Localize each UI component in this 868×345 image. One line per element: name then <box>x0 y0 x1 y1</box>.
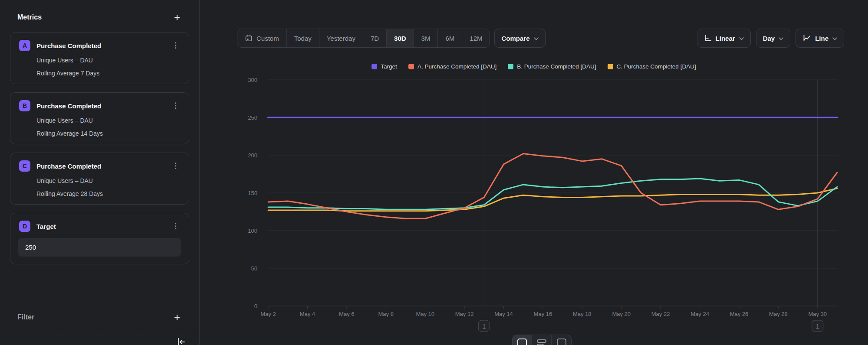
svg-text:May 12: May 12 <box>455 311 474 317</box>
chart-area: TargetA. Purchase Completed [DAU]B. Purc… <box>200 56 868 345</box>
compare-button[interactable]: Compare <box>494 29 545 48</box>
more-options-icon[interactable]: ⋮ <box>170 163 181 169</box>
range-label: Yesterday <box>327 35 355 42</box>
granularity-label: Day <box>763 35 775 42</box>
svg-text:May 22: May 22 <box>651 311 670 317</box>
annotation-badge[interactable]: 1 <box>812 320 823 332</box>
metric-measure: Unique Users – DAU <box>36 177 181 184</box>
chart-module: Custom Today Yesterday 7D 30D 3M 6M 12M … <box>200 0 868 345</box>
bar-chart-thumb-icon <box>536 338 547 345</box>
metric-badge-a: A <box>19 40 30 51</box>
annotation-badge[interactable]: 1 <box>478 320 490 332</box>
scale-select[interactable]: Linear <box>697 29 751 48</box>
metric-card-a[interactable]: A Purchase Completed ⋮ Unique Users – DA… <box>10 32 189 84</box>
svg-text:May 14: May 14 <box>494 311 513 317</box>
granularity-select[interactable]: Day <box>756 29 791 48</box>
metric-card-d-target[interactable]: D Target ⋮ <box>10 213 189 264</box>
svg-text:200: 200 <box>248 152 257 159</box>
metric-card-b[interactable]: B Purchase Completed ⋮ Unique Users – DA… <box>10 92 189 144</box>
more-options-icon[interactable]: ⋮ <box>170 103 181 109</box>
range-custom[interactable]: Custom <box>237 29 287 47</box>
metric-measure: Unique Users – DAU <box>36 57 181 64</box>
more-options-icon[interactable]: ⋮ <box>170 42 181 49</box>
target-value-input[interactable] <box>18 238 181 257</box>
svg-text:May 16: May 16 <box>534 311 552 317</box>
range-label: 30D <box>394 35 406 42</box>
compare-label: Compare <box>501 35 529 42</box>
svg-text:May 10: May 10 <box>416 311 434 317</box>
chevron-down-icon <box>779 37 783 40</box>
add-metric-icon[interactable]: + <box>174 13 180 22</box>
metric-badge-c: C <box>19 160 30 172</box>
svg-text:May 30: May 30 <box>808 311 827 317</box>
metric-transform: Rolling Average 7 Days <box>36 70 181 77</box>
chevron-down-icon <box>534 37 539 40</box>
range-label: 7D <box>371 35 379 42</box>
metric-transform: Rolling Average 28 Days <box>36 190 181 197</box>
filter-section: Filter + <box>17 313 180 322</box>
svg-text:May 2: May 2 <box>260 311 276 317</box>
line-chart-icon <box>802 34 811 42</box>
svg-text:0: 0 <box>254 303 257 309</box>
metric-transform: Rolling Average 14 Days <box>36 130 181 137</box>
metrics-sidebar: Metrics + A Purchase Completed ⋮ Unique … <box>0 0 200 345</box>
x-axis-ticks-labels: May 2May 4May 6May 8May 10May 12May 14Ma… <box>260 306 827 317</box>
range-12m[interactable]: 12M <box>462 29 490 47</box>
series-line-c-purchase-completed[interactable] <box>268 189 837 211</box>
svg-text:May 8: May 8 <box>378 311 393 317</box>
svg-text:250: 250 <box>248 114 257 121</box>
metric-measure: Unique Users – DAU <box>36 117 181 124</box>
scale-label: Linear <box>716 35 735 42</box>
mini-toggle-metric-chart[interactable] <box>552 335 571 345</box>
svg-text:May 18: May 18 <box>573 311 592 317</box>
svg-text:May 24: May 24 <box>690 311 709 317</box>
series-line-b-purchase-completed[interactable] <box>268 179 837 209</box>
add-filter-icon[interactable]: + <box>174 313 180 322</box>
svg-text:May 4: May 4 <box>300 311 315 317</box>
metric-card-c[interactable]: C Purchase Completed ⋮ Unique Users – DA… <box>10 153 189 205</box>
collapse-sidebar-icon[interactable] <box>176 337 186 345</box>
svg-text:May 20: May 20 <box>612 311 631 317</box>
metric-badge-d: D <box>19 221 30 232</box>
more-options-icon[interactable]: ⋮ <box>170 223 181 229</box>
range-30d[interactable]: 30D <box>387 29 414 47</box>
svg-text:100: 100 <box>248 228 257 234</box>
metric-title: Purchase Completed <box>36 102 170 110</box>
range-3m[interactable]: 3M <box>414 29 438 47</box>
chart-type-label: Line <box>815 35 829 42</box>
line-chart-thumb-icon <box>517 338 527 345</box>
mini-toggle-line-chart[interactable] <box>513 335 532 345</box>
range-today[interactable]: Today <box>287 29 319 47</box>
range-label: 6M <box>445 35 454 42</box>
svg-text:50: 50 <box>251 265 257 272</box>
svg-text:May 6: May 6 <box>339 311 354 317</box>
svg-text:1: 1 <box>816 323 819 330</box>
chevron-down-icon <box>739 37 744 40</box>
range-7d[interactable]: 7D <box>363 29 387 47</box>
metric-thumb-icon <box>556 338 567 345</box>
range-6m[interactable]: 6M <box>438 29 462 47</box>
chart-style-mini-toolbar <box>512 335 572 345</box>
sidebar-header: Metrics + <box>0 0 199 32</box>
range-label: Today <box>294 35 312 42</box>
mini-toggle-bar-chart[interactable] <box>532 335 552 345</box>
sidebar-title: Metrics <box>17 13 42 21</box>
range-label: 12M <box>470 35 482 42</box>
svg-text:300: 300 <box>248 77 257 83</box>
range-label: Custom <box>256 35 279 42</box>
svg-text:May 28: May 28 <box>769 311 788 317</box>
svg-text:150: 150 <box>248 190 257 196</box>
metric-title: Purchase Completed <box>36 42 170 49</box>
metric-badge-b: B <box>19 100 30 111</box>
calendar-icon <box>245 34 253 42</box>
chart-type-select[interactable]: Line <box>796 29 844 48</box>
y-gridlines <box>268 80 838 268</box>
range-yesterday[interactable]: Yesterday <box>319 29 363 47</box>
svg-text:May 26: May 26 <box>730 311 749 317</box>
date-range-control: Custom Today Yesterday 7D 30D 3M 6M 12M <box>237 29 490 48</box>
linear-scale-icon <box>704 34 712 42</box>
filter-label: Filter <box>17 313 34 321</box>
chart-toolbar: Custom Today Yesterday 7D 30D 3M 6M 12M … <box>237 29 844 48</box>
sidebar-divider <box>0 330 199 330</box>
metric-title: Purchase Completed <box>36 163 170 170</box>
